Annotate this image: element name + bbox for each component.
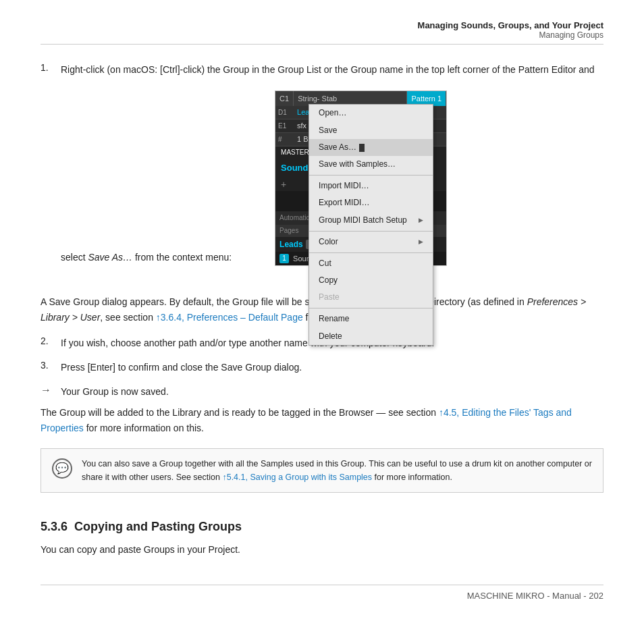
- cm-rename[interactable]: Rename: [309, 311, 433, 327]
- cm-delete[interactable]: Delete: [309, 328, 433, 345]
- ss-e1-name: sfx: [294, 120, 309, 132]
- link-saving-group[interactable]: ↑5.4.1, Saving a Group with its Samples: [222, 473, 372, 482]
- info-box: 💬 You can also save a Group together wit…: [41, 448, 603, 493]
- step-2-num: 2.: [41, 336, 61, 346]
- page-container: Managing Sounds, Groups, and Your Projec…: [0, 0, 644, 644]
- step-3: 3. Press [Enter] to confirm and close th…: [41, 360, 603, 375]
- arrow-result: → Your Group is now saved.: [41, 384, 603, 399]
- cm-save[interactable]: Save: [309, 122, 433, 139]
- para-library: The Group will be added to the Library a…: [41, 405, 603, 436]
- cm-paste[interactable]: Paste: [309, 289, 433, 306]
- section-body: You can copy and paste Groups in your Pr…: [41, 542, 603, 558]
- ss-hash-label: #: [275, 134, 294, 145]
- cursor-indicator: [359, 144, 365, 152]
- page-footer: MASCHINE MIKRO - Manual - 202: [41, 585, 603, 601]
- ss-d1-label: D1: [275, 107, 294, 118]
- arrow-symbol: →: [41, 384, 61, 396]
- cm-cut[interactable]: Cut: [309, 255, 433, 272]
- screenshot-wrapper: C1 String- Stab Pattern 1 D1: [254, 84, 447, 275]
- content-area: 1. Right-click (on macOS: [Ctrl]-click) …: [41, 49, 603, 558]
- step-3-text: Press [Enter] to confirm and close the S…: [61, 360, 603, 375]
- cm-save-with-samples[interactable]: Save with Samples…: [309, 156, 433, 173]
- step-3-num: 3.: [41, 360, 61, 371]
- context-menu: Open… Save Save As… Save with Samples… I…: [308, 104, 433, 345]
- header-title: Managing Sounds, Groups, and Your Projec…: [41, 20, 603, 30]
- page-header: Managing Sounds, Groups, and Your Projec…: [41, 20, 603, 45]
- ss-c1: C1: [275, 91, 294, 106]
- header-subtitle: Managing Groups: [41, 30, 603, 40]
- cm-group-midi-batch[interactable]: Group MIDI Batch Setup: [309, 212, 433, 229]
- cm-open[interactable]: Open…: [309, 105, 433, 122]
- cm-sep-3: [309, 252, 433, 253]
- ss-e1-label: E1: [275, 121, 294, 132]
- step-1-num: 1.: [41, 62, 61, 73]
- cm-export-midi[interactable]: Export MIDI…: [309, 194, 433, 211]
- cm-import-midi[interactable]: Import MIDI…: [309, 178, 433, 194]
- cm-color[interactable]: Color: [309, 234, 433, 250]
- cm-copy[interactable]: Copy: [309, 272, 433, 289]
- info-text: You can also save a Group together with …: [82, 457, 592, 484]
- cm-save-as[interactable]: Save As…: [309, 139, 433, 156]
- cm-sep-1: [309, 175, 433, 176]
- cm-sep-2: [309, 231, 433, 232]
- section-heading: 5.3.6 Copying and Pasting Groups: [41, 513, 603, 534]
- ss-num-badge: 1: [279, 254, 289, 263]
- step-1-text: Right-click (on macOS: [Ctrl]-click) the…: [61, 62, 603, 285]
- info-bubble-icon: 💬: [52, 458, 72, 479]
- cm-sep-4: [309, 308, 433, 308]
- step-1: 1. Right-click (on macOS: [Ctrl]-click) …: [41, 62, 603, 285]
- arrow-result-text: Your Group is now saved.: [61, 384, 603, 399]
- footer-text: MASCHINE MIKRO - Manual - 202: [467, 591, 603, 601]
- link-preferences[interactable]: ↑3.6.4, Preferences – Default Page: [156, 312, 303, 323]
